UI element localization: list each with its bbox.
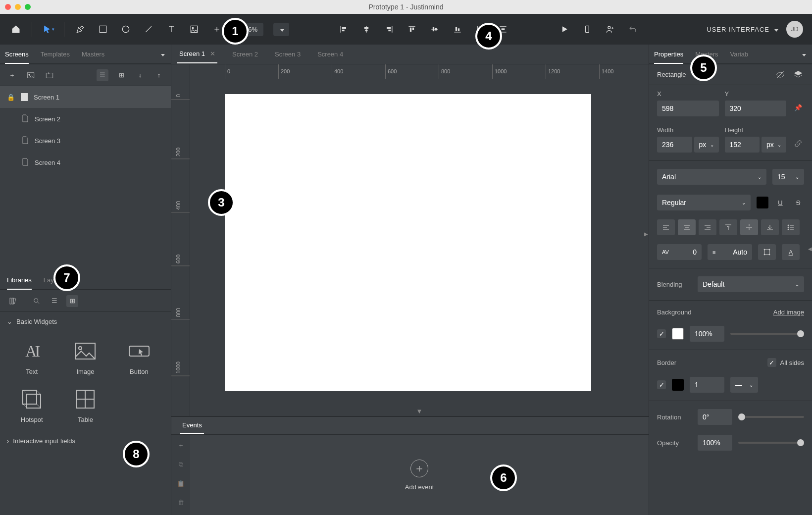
bullet-list-icon[interactable] (782, 219, 800, 235)
vertical-align-middle-icon[interactable] (740, 219, 758, 235)
font-size-select[interactable]: 15⌄ (772, 169, 804, 185)
tab-screens[interactable]: Screens (5, 46, 29, 64)
share-user-icon[interactable] (603, 22, 617, 36)
tab-libraries[interactable]: Libraries (7, 271, 32, 290)
width-input[interactable] (657, 137, 692, 153)
align-bottom-icon[interactable] (451, 22, 464, 36)
screen-item[interactable]: Screen 2 (0, 108, 171, 130)
text-tool-icon[interactable] (164, 22, 178, 36)
text-options-icon[interactable]: A (782, 244, 800, 260)
doc-tab[interactable]: Screen 4 (315, 46, 345, 63)
vertical-align-top-icon[interactable] (719, 219, 737, 235)
all-sides-checkbox[interactable] (767, 358, 776, 367)
widget-table[interactable]: Table (60, 383, 110, 427)
line-tool-icon[interactable] (142, 22, 155, 36)
align-top-icon[interactable] (405, 22, 419, 36)
letter-spacing-input[interactable]: AV 0 (657, 244, 702, 260)
collapse-right-icon[interactable]: ▶ (644, 228, 649, 240)
add-event-icon[interactable]: ＋ (175, 440, 187, 452)
screen-item[interactable]: Screen 3 (0, 130, 171, 152)
align-right-icon[interactable] (382, 22, 396, 36)
line-height-input[interactable]: ≡ Auto (708, 244, 752, 260)
blending-select[interactable]: Default⌄ (698, 276, 804, 292)
add-image-link[interactable]: Add image (773, 309, 804, 316)
copy-event-icon[interactable]: ⧉ (175, 459, 187, 470)
text-align-right-icon[interactable] (699, 219, 716, 235)
widget-image[interactable]: Image (60, 335, 110, 379)
layers-icon[interactable] (792, 69, 804, 81)
screen-item[interactable]: Screen 4 (0, 152, 171, 173)
add-screen-icon[interactable]: ＋ (6, 69, 18, 81)
canvas[interactable]: ▶ ▼ (190, 79, 649, 416)
border-checkbox[interactable] (657, 380, 666, 389)
grid-view-icon[interactable]: ⊞ (66, 295, 78, 307)
rectangle-tool-icon[interactable] (96, 22, 110, 36)
paste-event-icon[interactable]: 📋 (175, 477, 187, 489)
auto-width-icon[interactable] (758, 244, 776, 260)
play-icon[interactable] (558, 22, 571, 36)
border-style-select[interactable]: —⌄ (730, 377, 758, 393)
select-tool-icon[interactable]: ▾ (41, 22, 55, 36)
opacity-slider[interactable] (738, 442, 804, 444)
close-window-icon[interactable] (5, 4, 11, 10)
vertical-align-bottom-icon[interactable] (761, 219, 779, 235)
doc-tab[interactable]: Screen 3 (273, 46, 303, 63)
border-color-swatch[interactable] (672, 379, 684, 391)
minimize-window-icon[interactable] (15, 4, 21, 10)
opacity-input[interactable] (698, 435, 732, 451)
sort-down-icon[interactable]: ↓ (134, 69, 146, 81)
align-middle-icon[interactable] (428, 22, 442, 36)
undo-icon[interactable] (626, 22, 640, 36)
tab-right-masters[interactable]: Masters (695, 46, 718, 63)
image-tool-icon[interactable] (187, 22, 201, 36)
text-color-swatch[interactable] (757, 197, 768, 208)
x-input[interactable] (657, 101, 719, 116)
background-opacity-input[interactable] (690, 326, 724, 342)
background-opacity-slider[interactable] (730, 333, 804, 335)
height-unit-select[interactable]: px⌄ (761, 137, 786, 153)
underline-icon[interactable]: U (774, 197, 786, 208)
section-interactive-inputs[interactable]: › Interactive input fields (0, 431, 171, 451)
widget-button[interactable]: Button (114, 335, 164, 379)
doc-tab[interactable]: Screen 1✕ (177, 45, 217, 63)
list-view-icon[interactable]: ☰ (49, 295, 60, 307)
user-avatar[interactable]: JD (786, 21, 803, 38)
rotation-input[interactable] (698, 409, 732, 425)
text-align-left-icon[interactable] (657, 219, 675, 235)
zoom-dropdown-icon[interactable] (273, 23, 289, 36)
add-event-button[interactable]: ＋ (410, 460, 428, 477)
collapse-bottom-icon[interactable]: ▼ (416, 408, 423, 415)
collapse-left-icon[interactable]: ◀ (808, 243, 812, 255)
tab-templates[interactable]: Templates (41, 46, 70, 63)
tab-events[interactable]: Events (180, 417, 204, 434)
artboard[interactable] (225, 94, 591, 391)
tab-masters[interactable]: Masters (82, 46, 104, 63)
add-tool-icon[interactable]: ▾ (210, 22, 228, 36)
delete-event-icon[interactable]: 🗑 (175, 496, 187, 508)
widget-hotspot[interactable]: Hotspot (7, 383, 56, 427)
height-input[interactable] (725, 137, 760, 153)
font-weight-select[interactable]: Regular⌄ (657, 195, 751, 210)
home-icon[interactable] (9, 22, 23, 36)
section-basic-widgets[interactable]: ⌄ Basic Widgets (0, 312, 171, 331)
pin-icon[interactable]: 📌 (792, 102, 804, 113)
list-view-icon[interactable]: ☰ (97, 69, 108, 81)
tab-properties[interactable]: Properties (654, 46, 683, 64)
background-color-swatch[interactable] (672, 328, 684, 340)
widget-text[interactable]: AI Text (7, 335, 56, 379)
grid-view-icon[interactable]: ⊞ (115, 69, 127, 81)
add-folder-icon[interactable] (44, 69, 55, 81)
link-dimensions-icon[interactable] (792, 138, 804, 150)
zoom-level[interactable]: 36% (239, 23, 263, 36)
distribute-v-icon[interactable] (496, 22, 510, 36)
doc-tab[interactable]: Screen 2 (230, 46, 260, 63)
library-books-icon[interactable] (7, 295, 19, 307)
font-family-select[interactable]: Arial⌄ (657, 169, 766, 185)
panel-menu-icon[interactable] (800, 51, 806, 58)
y-input[interactable] (725, 101, 787, 116)
tab-layers[interactable]: Layers (44, 271, 63, 289)
rotation-slider[interactable] (738, 416, 804, 418)
distribute-h-icon[interactable] (473, 22, 487, 36)
background-checkbox[interactable] (657, 329, 666, 338)
sort-up-icon[interactable]: ↑ (153, 69, 165, 81)
